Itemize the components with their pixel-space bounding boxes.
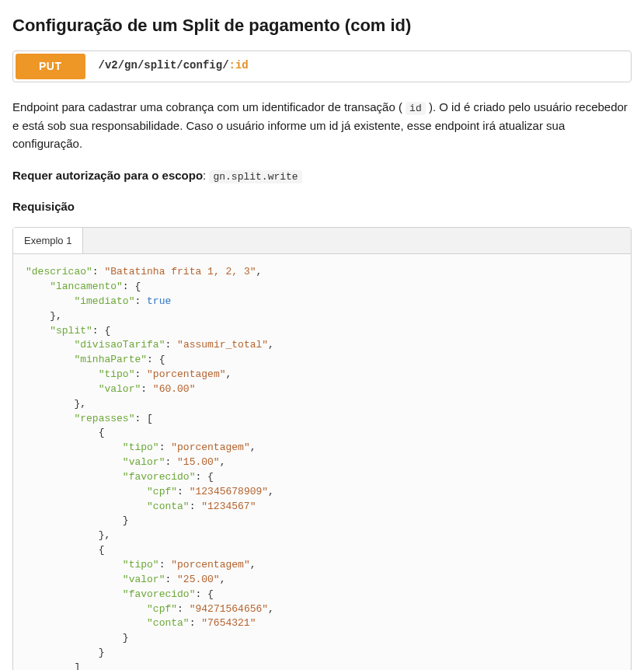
desc-code-id: id [406, 102, 426, 115]
example-container: Exemplo 1 "descricao": "Batatinha frita … [12, 227, 632, 670]
endpoint-description: Endpoint para cadastrar uma cobrança com… [12, 98, 632, 153]
endpoint-path-param: :id [229, 59, 249, 72]
endpoint-bar: PUT /v2/gn/split/config/:id [12, 51, 632, 82]
tab-example-1[interactable]: Exemplo 1 [13, 228, 83, 254]
endpoint-path-prefix: /v2/gn/split/config/ [99, 59, 229, 72]
request-heading: Requisição [12, 198, 632, 216]
desc-before: Endpoint para cadastrar uma cobrança com… [12, 100, 406, 113]
code-block: "descricao": "Batatinha frita 1, 2, 3", … [13, 254, 631, 670]
page-title: Configuração de um Split de pagamento (c… [12, 12, 632, 38]
auth-scope-code: gn.split.write [209, 170, 301, 183]
tab-bar: Exemplo 1 [13, 228, 631, 255]
auth-label: Requer autorização para o escopo [12, 169, 203, 182]
http-method-badge: PUT [16, 54, 85, 79]
endpoint-path: /v2/gn/split/config/:id [88, 51, 259, 82]
auth-scope-line: Requer autorização para o escopo: gn.spl… [12, 167, 632, 185]
